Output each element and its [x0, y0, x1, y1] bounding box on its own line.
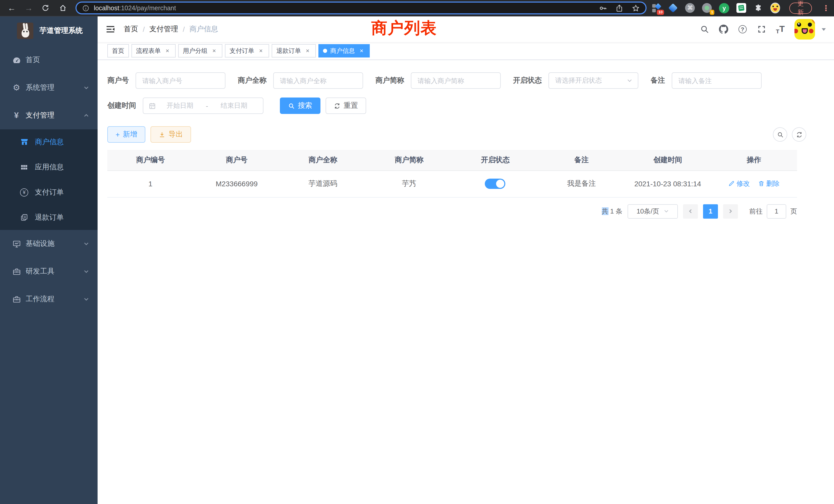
browser-update-button[interactable]: 更新 [789, 2, 812, 14]
github-icon[interactable] [719, 25, 728, 34]
full-name-input[interactable] [273, 72, 363, 89]
close-icon[interactable]: × [358, 47, 365, 54]
create-time-label: 创建时间 [107, 101, 136, 110]
merchant-no-input[interactable] [136, 72, 225, 89]
sidebar-item-pay-order[interactable]: ¥ 支付订单 [0, 180, 97, 205]
extension-grid-icon[interactable]: 10 [652, 3, 661, 13]
create-time-range-picker[interactable]: 开始日期 - 结束日期 [143, 97, 263, 114]
back-icon: ← [7, 3, 16, 13]
tab-process-form[interactable]: 流程表单× [131, 44, 176, 58]
extension-command-icon[interactable]: ⌘ [685, 3, 695, 13]
refresh-table-button[interactable] [792, 127, 806, 142]
edit-pen-icon [728, 180, 735, 187]
extension-board-icon[interactable] [737, 3, 746, 13]
yen-circle-icon: ¥ [20, 188, 29, 197]
storefront-icon [20, 137, 29, 146]
close-icon[interactable]: × [211, 47, 218, 54]
extension-yuque-icon[interactable]: y [719, 3, 729, 13]
download-icon [159, 131, 166, 138]
start-date-placeholder[interactable]: 开始日期 [156, 101, 204, 110]
chevron-down-icon [83, 269, 89, 275]
extension-recorder-icon[interactable]: 1 [702, 3, 712, 13]
tab-user-group[interactable]: 用户分组× [178, 44, 222, 58]
col-merchant-no: 商户号 [194, 150, 280, 170]
breadcrumb-home[interactable]: 首页 [124, 25, 138, 34]
close-icon[interactable]: × [164, 47, 171, 54]
help-icon[interactable]: ? [738, 25, 747, 34]
sidebar-item-payment[interactable]: ¥ 支付管理 [0, 101, 97, 129]
fullscreen-icon[interactable] [757, 25, 766, 34]
goto-page-input[interactable] [767, 204, 786, 219]
cell-create-time: 2021-10-23 08:31:14 [625, 170, 711, 197]
add-button[interactable]: + 新增 [107, 126, 145, 143]
close-icon[interactable]: × [257, 47, 264, 54]
page-size-select[interactable]: 10条/页 [628, 204, 678, 219]
avatar-caret-icon[interactable] [822, 28, 826, 30]
sidebar-item-infrastructure[interactable]: 基础设施 [0, 230, 97, 258]
remark-input[interactable] [672, 72, 762, 89]
toggle-search-button[interactable] [773, 127, 787, 142]
browser-menu-icon[interactable]: ⋮ [822, 3, 830, 13]
address-bar[interactable]: localhost:1024/pay/merchant [75, 2, 647, 14]
col-create-time: 创建时间 [625, 150, 711, 170]
password-key-icon[interactable] [599, 4, 607, 12]
close-icon[interactable]: × [304, 47, 311, 54]
browser-extensions-button[interactable] [753, 3, 763, 13]
kanban-icon [738, 5, 745, 11]
search-button[interactable]: 搜索 [280, 97, 321, 114]
sidebar-item-system[interactable]: ⚙ 系统管理 [0, 74, 97, 101]
reset-button[interactable]: 重置 [326, 97, 366, 114]
share-icon[interactable] [615, 4, 624, 12]
delete-link[interactable]: 删除 [758, 179, 780, 188]
page-number-1[interactable]: 1 [703, 204, 718, 219]
tab-pay-order[interactable]: 支付订单× [225, 44, 269, 58]
status-toggle[interactable] [485, 179, 506, 189]
sidebar-item-app-info[interactable]: 应用信息 [0, 155, 97, 180]
app-logo-row[interactable]: 芋道管理系统 [0, 17, 97, 45]
browser-toolbar: ← → localhost:1024/pay/merchant 10 ⌘ [0, 0, 834, 17]
browser-reload-button[interactable] [39, 1, 52, 15]
tab-refund-order[interactable]: 退款订单× [272, 44, 316, 58]
refresh-icon [334, 102, 341, 109]
next-page-button[interactable] [723, 204, 738, 219]
prev-page-button[interactable] [683, 204, 698, 219]
site-info-icon[interactable] [82, 4, 89, 12]
tab-merchant-info[interactable]: 商户信息× [319, 44, 370, 58]
sidebar-item-workflow[interactable]: 工作流程 [0, 285, 97, 313]
dashboard-icon [12, 55, 21, 65]
white-square-icon [737, 3, 746, 13]
user-avatar[interactable] [794, 19, 815, 40]
sidebar-item-dev-tools[interactable]: 研发工具 [0, 258, 97, 285]
sidebar-item-merchant-info[interactable]: 商户信息 [0, 129, 97, 155]
refresh-icon [796, 131, 803, 138]
bookmark-star-icon[interactable] [632, 4, 640, 12]
browser-forward-button[interactable]: → [22, 1, 35, 15]
status-select[interactable]: 请选择开启状态 [548, 72, 638, 89]
url-text[interactable]: localhost:1024/pay/merchant [94, 4, 591, 12]
col-actions: 操作 [711, 150, 797, 170]
cell-merchant-id: 1 [107, 170, 194, 197]
merchant-table: 商户编号 商户号 商户全称 商户简称 开启状态 备注 创建时间 操作 1 [107, 150, 797, 197]
export-button[interactable]: 导出 [151, 126, 191, 143]
sidebar-item-home[interactable]: 首页 [0, 46, 97, 74]
header-search-icon[interactable] [700, 25, 709, 34]
sidebar-fold-icon[interactable] [105, 24, 115, 35]
browser-profile-avatar[interactable] [770, 3, 780, 13]
col-short-name: 商户简称 [366, 150, 452, 170]
short-name-input[interactable] [411, 72, 501, 89]
breadcrumb-payment[interactable]: 支付管理 [150, 25, 178, 34]
chevron-down-icon [627, 77, 633, 84]
plus-icon: + [115, 130, 120, 139]
tab-home[interactable]: 首页 [107, 44, 129, 58]
cell-actions: 修改 删除 [711, 170, 797, 197]
sidebar-item-refund-order[interactable]: 退款订单 [0, 205, 97, 230]
extension-gem-icon[interactable] [668, 3, 678, 13]
green-dot-icon [705, 6, 709, 10]
chevron-down-icon [83, 85, 89, 91]
font-size-icon[interactable]: TT [776, 24, 785, 35]
browser-home-button[interactable] [56, 1, 69, 15]
end-date-placeholder[interactable]: 结束日期 [210, 101, 258, 110]
edit-link[interactable]: 修改 [728, 179, 750, 188]
diamond-icon [655, 3, 661, 9]
browser-back-button[interactable]: ← [5, 1, 18, 15]
